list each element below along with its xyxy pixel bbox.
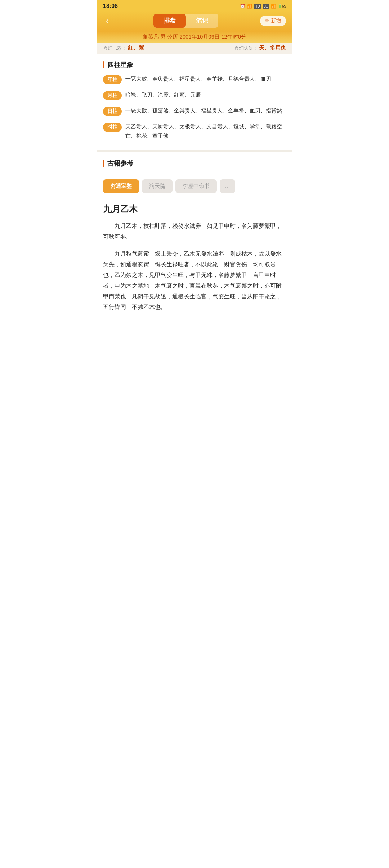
pillar-tag-hour: 时柱 [103,123,122,132]
status-time: 18:08 [103,3,118,9]
pillar-text-day: 十恶大败、孤鸾煞、金舆贵人、福星贵人、金羊禄、血刃、指背煞 [125,106,286,115]
ancient-tab-lixuzhong[interactable]: 李虚中命书 [175,179,217,193]
pillar-text-year: 十恶大败、金舆贵人、福星贵人、金羊禄、月德合贵人、血刃 [125,74,286,84]
pillar-text-month: 暗禄、飞刃、流霞、红鸾、元辰 [125,90,286,99]
lamp-left: 喜灯已彩： 红、紫 [103,45,144,52]
alarm-icon: ⏰ [240,4,245,9]
content-para-1: 九月乙木，枝枯叶落，赖癸水滋养，如见甲申时，名为藤萝繁甲，可秋可冬。 [103,221,286,242]
battery-icon: 🔋65 [278,4,286,8]
hd-icon: HD [254,4,261,9]
ancient-tab-more[interactable]: … [220,179,235,193]
content-title: 九月乙木 [103,203,286,215]
lamp-right: 喜灯队伙： 天、多用仇 [234,45,286,52]
info-bar: 董慕凡 男 公历 2001年10月09日 12午时0分 [97,31,292,43]
sizhu-title: 四柱星象 [103,61,286,69]
wifi-icon: 📶 [271,4,276,9]
back-button[interactable]: ‹ [103,15,111,27]
lamp-row: 喜灯已彩： 红、紫 喜灯队伙： 天、多用仇 [97,43,292,54]
ancient-tabs: 穷通宝鉴 滴天髓 李虚中命书 … [97,176,292,198]
pillar-row-year: 年柱 十恶大败、金舆贵人、福星贵人、金羊禄、月德合贵人、血刃 [103,74,286,84]
signal-icon: 📶 [247,4,252,9]
section-bar-icon [103,61,104,68]
sizhu-section: 四柱星象 年柱 十恶大败、金舆贵人、福星贵人、金羊禄、月德合贵人、血刃 月柱 暗… [97,54,292,150]
pillar-tag-day: 日柱 [103,107,122,116]
header: ‹ 排盘 笔记 ✏ 新增 [97,11,292,31]
5g-icon: 5G [263,4,269,9]
ancient-tab-ditiansuii[interactable]: 滴天髓 [142,179,173,193]
pillar-text-hour: 天乙贵人、天厨贵人、太极贵人、文昌贵人、垣城、学堂、截路空亡、桃花、童子煞 [125,122,286,140]
lamp-left-value: 红、紫 [128,45,144,51]
lamp-right-value: 天、多用仇 [259,45,286,51]
pillar-tag-year: 年柱 [103,75,122,84]
new-button[interactable]: ✏ 新增 [260,15,286,26]
lamp-right-label: 喜灯队伙： [234,45,258,51]
ancient-section: 古籍参考 [97,152,292,176]
status-bar: 18:08 ⏰ 📶 HD 5G 📶 🔋65 [97,0,292,11]
pillar-row-month: 月柱 暗禄、飞刃、流霞、红鸾、元辰 [103,90,286,100]
ancient-title: 古籍参考 [103,159,286,168]
tab-group: 排盘 笔记 [153,14,218,28]
status-icons: ⏰ 📶 HD 5G 📶 🔋65 [240,4,286,9]
ancient-tab-qiongtong[interactable]: 穷通宝鉴 [103,179,139,193]
pillar-row-day: 日柱 十恶大败、孤鸾煞、金舆贵人、福星贵人、金羊禄、血刃、指背煞 [103,106,286,116]
ancient-bar-icon [103,160,104,167]
divider-1 [97,150,292,152]
tab-biji[interactable]: 笔记 [186,14,218,28]
pillar-tag-month: 月柱 [103,91,122,100]
lamp-left-label: 喜灯已彩： [103,45,126,51]
content-para-2: 九月秋气萧索，燥土秉令，乙木无癸水滋养，则成枯木，故以癸水为先，如通根亥寅，得长… [103,248,286,313]
content-area: 九月乙木 九月乙木，枝枯叶落，赖癸水滋养，如见甲申时，名为藤萝繁甲，可秋可冬。 … [97,198,292,326]
pillar-row-hour: 时柱 天乙贵人、天厨贵人、太极贵人、文昌贵人、垣城、学堂、截路空亡、桃花、童子煞 [103,122,286,140]
tab-paipan[interactable]: 排盘 [153,14,186,28]
